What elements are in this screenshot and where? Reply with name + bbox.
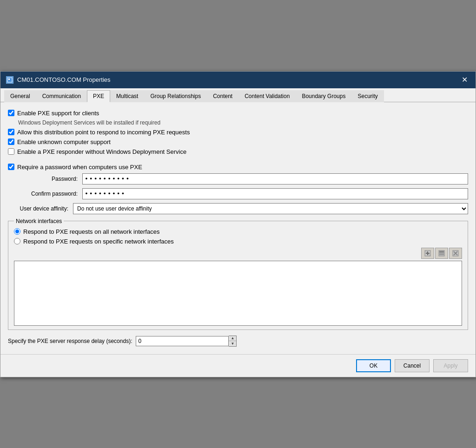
affinity-row: User device affinity: Do not use user de… [8, 203, 468, 214]
delete-network-icon [452, 250, 459, 257]
tab-boundary-groups[interactable]: Boundary Groups [296, 90, 351, 102]
delete-network-button[interactable] [449, 248, 462, 259]
wds-note: Windows Deployment Services will be inst… [18, 119, 468, 126]
titlebar: CM01.CONTOSO.COM Properties ✕ [0, 72, 476, 88]
delay-input-wrap: ▲ ▼ [136, 336, 237, 347]
delay-spinner: ▲ ▼ [229, 336, 237, 347]
enable-pxe-checkbox[interactable] [8, 110, 14, 116]
network-interfaces-fieldset: Network interfaces Respond to PXE reques… [8, 218, 468, 330]
tab-general[interactable]: General [4, 90, 36, 102]
radio-specific-label: Respond to PXE requests on specific netw… [23, 238, 174, 245]
ok-button[interactable]: OK [356, 359, 391, 372]
svg-rect-9 [439, 253, 444, 254]
add-network-icon [424, 250, 431, 257]
footer: OK Cancel Apply [0, 354, 476, 377]
tab-content-validation[interactable]: Content Validation [238, 90, 296, 102]
svg-rect-8 [442, 251, 444, 253]
titlebar-left: CM01.CONTOSO.COM Properties [6, 76, 111, 84]
tab-pxe[interactable]: PXE [87, 90, 110, 102]
affinity-label: User device affinity: [8, 205, 73, 212]
enable-responder-row: Enable a PXE responder without Windows D… [8, 148, 468, 155]
radio-specific-interfaces[interactable] [14, 238, 20, 244]
network-toolbar [14, 248, 462, 259]
allow-respond-label: Allow this distribution point to respond… [17, 129, 190, 136]
enable-responder-checkbox[interactable] [8, 148, 14, 155]
radio-all-interfaces-row: Respond to PXE requests on all network i… [14, 228, 462, 235]
tab-multicast[interactable]: Multicast [110, 90, 144, 102]
delay-label: Specify the PXE server response delay (s… [8, 338, 132, 344]
delay-increment-button[interactable]: ▲ [229, 336, 236, 341]
password-label: Password: [17, 176, 82, 182]
password-input[interactable] [82, 173, 468, 184]
tab-group-relationships[interactable]: Group Relationships [144, 90, 207, 102]
delay-row: Specify the PXE server response delay (s… [8, 336, 468, 347]
delay-decrement-button[interactable]: ▼ [229, 341, 236, 346]
enable-responder-label: Enable a PXE responder without Windows D… [17, 148, 186, 155]
svg-rect-7 [439, 251, 442, 253]
confirm-password-input[interactable] [82, 188, 468, 199]
window-title: CM01.CONTOSO.COM Properties [17, 76, 111, 83]
enable-pxe-label: Enable PXE support for clients [17, 110, 99, 117]
edit-network-icon [438, 250, 445, 257]
apply-button[interactable]: Apply [433, 359, 468, 372]
confirm-password-label: Confirm password: [17, 191, 82, 197]
radio-all-interfaces[interactable] [14, 228, 20, 235]
tab-communication[interactable]: Communication [36, 90, 87, 102]
allow-respond-row: Allow this distribution point to respond… [8, 129, 468, 136]
affinity-select[interactable]: Do not use user device affinity Allow us… [73, 203, 468, 214]
confirm-password-row: Confirm password: [17, 188, 468, 199]
tab-security[interactable]: Security [351, 90, 383, 102]
delay-input[interactable] [136, 336, 229, 346]
cancel-button[interactable]: Cancel [395, 359, 430, 372]
svg-rect-10 [439, 254, 444, 255]
require-password-row: Require a password when computers use PX… [8, 164, 468, 171]
require-password-label: Require a password when computers use PX… [17, 164, 142, 171]
radio-specific-interfaces-row: Respond to PXE requests on specific netw… [14, 238, 462, 245]
enable-unknown-label: Enable unknown computer support [17, 138, 111, 145]
window-icon [6, 76, 13, 84]
network-list[interactable] [14, 261, 462, 326]
tab-content-area: Enable PXE support for clients Windows D… [0, 102, 476, 354]
svg-rect-1 [8, 79, 10, 80]
network-interfaces-legend: Network interfaces [14, 218, 64, 224]
tab-content[interactable]: Content [207, 90, 238, 102]
edit-network-button[interactable] [435, 248, 448, 259]
tab-bar: General Communication PXE Multicast Grou… [0, 88, 476, 102]
require-password-checkbox[interactable] [8, 164, 14, 170]
enable-unknown-row: Enable unknown computer support [8, 138, 468, 145]
radio-all-label: Respond to PXE requests on all network i… [23, 228, 159, 235]
enable-unknown-checkbox[interactable] [8, 138, 14, 145]
properties-window: CM01.CONTOSO.COM Properties ✕ General Co… [0, 71, 476, 377]
add-network-button[interactable] [421, 248, 434, 259]
password-row: Password: [17, 173, 468, 184]
close-button[interactable]: ✕ [459, 74, 470, 86]
enable-pxe-row: Enable PXE support for clients [8, 110, 468, 117]
allow-respond-checkbox[interactable] [8, 129, 14, 135]
